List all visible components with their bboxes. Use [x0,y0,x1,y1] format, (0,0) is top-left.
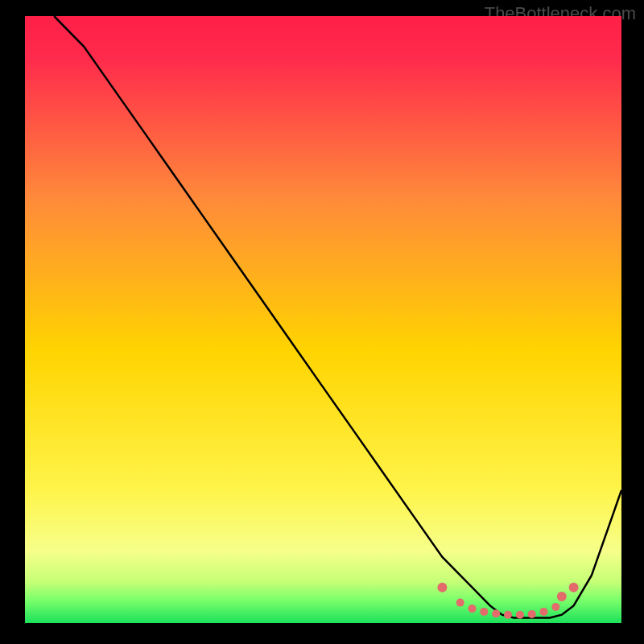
marker-dot [569,583,579,592]
plot-background [24,16,621,624]
marker-dot [528,610,536,618]
marker-dot [469,605,477,613]
marker-dot [456,599,464,607]
marker-dot [492,609,500,617]
marker-dot [437,583,447,592]
marker-dot [504,611,512,619]
marker-dot [557,592,567,601]
marker-dot [540,608,548,616]
marker-dot [516,611,524,619]
chart-svg [0,0,644,644]
bottleneck-chart: TheBottleneck.com [0,0,644,644]
marker-dot [480,608,488,616]
marker-dot [551,603,559,611]
